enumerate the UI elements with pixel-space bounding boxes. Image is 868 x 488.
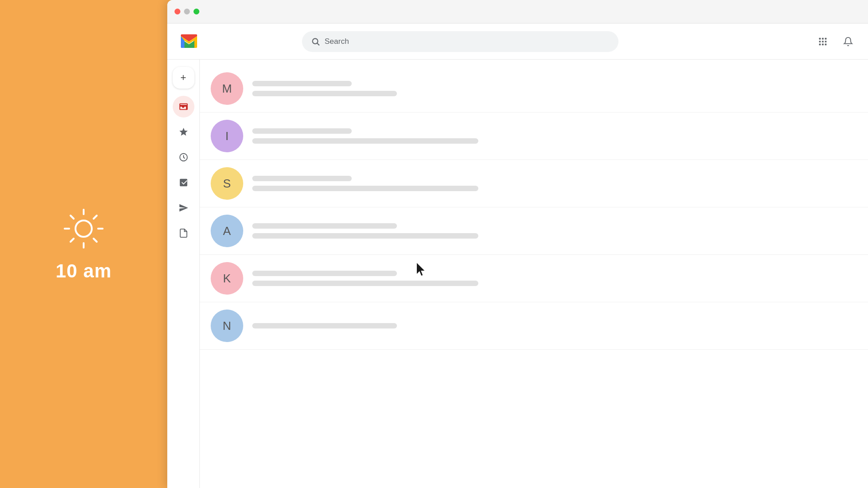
gmail-logo: [178, 31, 200, 52]
draft-icon: [179, 228, 189, 238]
skeleton-line: [252, 281, 478, 286]
svg-line-10: [317, 43, 320, 45]
svg-rect-15: [822, 41, 824, 42]
compose-icon: +: [180, 72, 186, 84]
gmail-header: Search: [167, 23, 868, 60]
title-bar: [167, 0, 868, 23]
sidebar-item-important[interactable]: [173, 172, 194, 193]
skeleton-line: [252, 138, 478, 144]
sidebar-item-starred[interactable]: [173, 121, 194, 143]
svg-line-7: [71, 239, 74, 242]
compose-button[interactable]: +: [173, 67, 194, 89]
search-placeholder: Search: [325, 37, 349, 46]
svg-line-4: [71, 216, 74, 219]
search-bar[interactable]: Search: [302, 31, 618, 52]
search-icon: [311, 37, 320, 46]
skeleton-line: [252, 176, 352, 181]
avatar-5: K: [211, 262, 243, 295]
skeleton-line: [252, 223, 397, 229]
mac-window: Search: [167, 0, 868, 488]
email-item-3[interactable]: S: [200, 160, 868, 207]
email-item-6[interactable]: N: [200, 302, 868, 350]
apps-icon: [818, 37, 828, 47]
minimize-button[interactable]: [184, 9, 190, 14]
sidebar: +: [167, 60, 200, 488]
svg-rect-13: [825, 38, 827, 39]
svg-line-5: [94, 239, 97, 242]
avatar-3: S: [211, 167, 243, 200]
email-content-4: [252, 223, 857, 239]
email-content-2: [252, 128, 857, 144]
clock-icon: [179, 152, 189, 162]
sun-icon: [61, 206, 106, 251]
email-content-3: [252, 176, 857, 191]
main-area: +: [167, 60, 868, 488]
sidebar-item-sent[interactable]: [173, 197, 194, 219]
svg-rect-12: [822, 38, 824, 39]
left-panel: 10 am: [0, 0, 167, 488]
apps-button[interactable]: [814, 33, 832, 51]
svg-rect-18: [822, 43, 824, 45]
sidebar-item-snoozed[interactable]: [173, 146, 194, 168]
traffic-lights: [175, 9, 199, 14]
skeleton-line: [252, 323, 397, 328]
time-display: 10 am: [56, 260, 112, 282]
sidebar-item-inbox[interactable]: [173, 96, 194, 117]
send-icon: [179, 203, 189, 213]
svg-point-8: [75, 221, 92, 237]
skeleton-line: [252, 81, 352, 86]
skeleton-line: [252, 233, 478, 239]
star-icon: [179, 127, 189, 137]
maximize-button[interactable]: [193, 9, 199, 14]
svg-rect-19: [825, 43, 827, 45]
header-right: [814, 33, 857, 51]
svg-rect-17: [819, 43, 821, 45]
sidebar-item-drafts[interactable]: [173, 222, 194, 244]
svg-rect-16: [825, 41, 827, 42]
avatar-1: M: [211, 72, 243, 105]
email-content-5: [252, 271, 857, 286]
svg-rect-11: [819, 38, 821, 39]
label-icon: [179, 178, 189, 188]
close-button[interactable]: [175, 9, 180, 14]
skeleton-line: [252, 271, 397, 276]
skeleton-line: [252, 128, 352, 134]
svg-line-6: [94, 216, 97, 219]
email-content-6: [252, 323, 857, 328]
avatar-6: N: [211, 310, 243, 342]
email-item-4[interactable]: A: [200, 207, 868, 255]
email-content-1: [252, 81, 857, 96]
skeleton-line: [252, 186, 478, 191]
inbox-icon: [179, 102, 189, 112]
avatar-2: I: [211, 120, 243, 152]
svg-rect-14: [819, 41, 821, 42]
email-item-2[interactable]: I: [200, 113, 868, 160]
notifications-button[interactable]: [839, 33, 857, 51]
svg-point-9: [312, 38, 318, 44]
email-item-1[interactable]: M: [200, 65, 868, 113]
gmail-area: Search: [167, 23, 868, 488]
email-item-5[interactable]: K: [200, 255, 868, 302]
email-list[interactable]: M I S: [200, 60, 868, 488]
bell-icon: [843, 37, 853, 47]
skeleton-line: [252, 91, 397, 96]
avatar-4: A: [211, 215, 243, 247]
